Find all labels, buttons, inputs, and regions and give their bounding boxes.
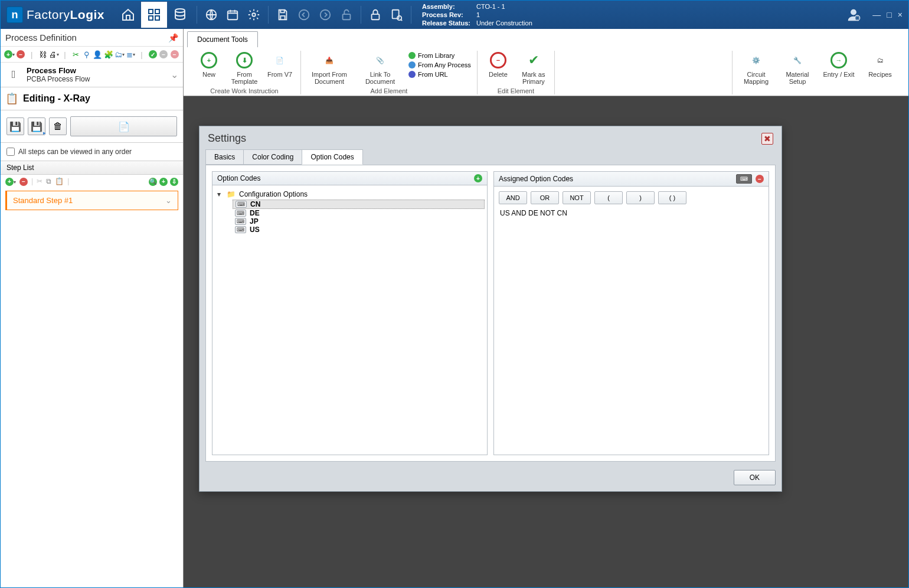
- ribbon: +New ⬇From Template 📄From V7 Create Work…: [184, 47, 908, 96]
- audit-button[interactable]: [386, 2, 407, 28]
- user-icon[interactable]: [841, 2, 867, 28]
- anyorder-row: All steps can be viewed in any order: [1, 143, 183, 161]
- recipes-button[interactable]: 🗂Recipes: [862, 51, 898, 78]
- save-as-button[interactable]: 💾▸: [28, 117, 45, 135]
- svg-point-14: [851, 9, 856, 15]
- op-rparen[interactable]: ): [626, 191, 655, 204]
- step-remove-icon[interactable]: −: [19, 177, 28, 186]
- import-from-doc-button[interactable]: 📥Import From Document: [307, 51, 352, 85]
- layers-icon[interactable]: 🗂▾: [115, 49, 125, 60]
- print-icon[interactable]: 🖨▾: [49, 49, 59, 60]
- keyboard-button[interactable]: ⌨: [736, 174, 752, 184]
- step-paste-icon[interactable]: 📋: [55, 177, 64, 185]
- step-standard-1[interactable]: Standard Step #1 ⌄: [5, 191, 178, 210]
- user-small-icon[interactable]: 👤: [93, 49, 103, 60]
- tab-basics[interactable]: Basics: [205, 149, 244, 165]
- pin-icon[interactable]: 📌: [168, 33, 178, 43]
- remove-assigned-icon[interactable]: −: [756, 175, 764, 183]
- lock-button[interactable]: [365, 2, 386, 28]
- minimize-button[interactable]: —: [872, 10, 881, 19]
- tab-option-codes[interactable]: Option Codes: [302, 149, 362, 165]
- chevron-down-icon[interactable]: ⌄: [165, 196, 172, 205]
- discard-button[interactable]: 🗑: [49, 117, 67, 135]
- svg-rect-1: [155, 9, 159, 14]
- gear-button[interactable]: [243, 2, 264, 28]
- from-v7-button[interactable]: 📄From V7: [265, 51, 295, 78]
- from-url-link[interactable]: From URL: [408, 71, 448, 78]
- ribbon-group-add-caption: Add Element: [307, 85, 471, 94]
- step-cut-icon[interactable]: ✂: [37, 177, 42, 185]
- process-flow-row[interactable]: 𓊍 Process Flow PCBA Process Flow ⌄: [1, 63, 183, 87]
- option-jp[interactable]: ⌨JP: [215, 217, 485, 226]
- unlock-button[interactable]: [336, 2, 357, 28]
- process-flow-icon: 𓊍: [5, 68, 22, 81]
- new-button[interactable]: +New: [194, 51, 224, 78]
- stack-icon[interactable]: ≣▾: [126, 49, 136, 60]
- tool2-icon[interactable]: 🧩: [104, 49, 114, 60]
- from-library-link[interactable]: From Library: [408, 52, 454, 59]
- db-button[interactable]: [167, 2, 193, 28]
- mark-primary-button[interactable]: ✔Mark as Primary: [519, 51, 548, 85]
- process-flow-title: Process Flow: [27, 66, 90, 75]
- keyboard-icon: ⌨: [235, 218, 246, 225]
- option-cn[interactable]: ⌨CN: [233, 200, 485, 209]
- home-button[interactable]: [115, 2, 141, 28]
- op-lparen[interactable]: (: [594, 191, 623, 204]
- delete-button[interactable]: −Delete: [483, 51, 513, 78]
- ok-circle-icon[interactable]: ✓: [148, 49, 158, 60]
- tab-document-tools[interactable]: Document Tools: [187, 31, 258, 47]
- step-copy-icon[interactable]: ⧉: [46, 177, 51, 185]
- maximize-button[interactable]: □: [887, 10, 891, 19]
- calendar-button[interactable]: [222, 2, 243, 28]
- red-circle-icon[interactable]: −: [169, 49, 179, 60]
- cut-icon[interactable]: ✂: [71, 49, 81, 60]
- add-icon[interactable]: +▾: [4, 49, 15, 60]
- from-any-process-link[interactable]: From Any Process: [408, 61, 471, 68]
- steplist-header: Step List: [1, 161, 183, 175]
- caret-icon[interactable]: ▾: [217, 190, 223, 198]
- from-template-button[interactable]: ⬇From Template: [230, 51, 259, 85]
- dialog-close-button[interactable]: ✖: [761, 133, 773, 145]
- back-button[interactable]: [293, 2, 315, 28]
- expand-process-flow-icon[interactable]: ⌄: [171, 69, 178, 80]
- globe-button[interactable]: [201, 2, 222, 28]
- op-not[interactable]: NOT: [563, 191, 591, 204]
- brand-glyph-icon: n: [6, 6, 23, 23]
- assembly-meta: Assembly:CTO-1 - 1 Process Rev:1 Release…: [422, 2, 532, 27]
- save-button[interactable]: [272, 2, 293, 28]
- forward-button[interactable]: [315, 2, 336, 28]
- remove-icon[interactable]: −: [16, 49, 26, 60]
- anyorder-checkbox[interactable]: [6, 148, 15, 156]
- editing-toolbar: 💾 💾▸ 🗑 📄: [1, 110, 183, 143]
- svg-point-9: [321, 10, 331, 20]
- op-or[interactable]: OR: [531, 191, 559, 204]
- exit-editing-button[interactable]: 📄: [70, 116, 177, 136]
- step-misc-icon[interactable]: ⇩: [170, 177, 178, 186]
- flow-icon[interactable]: ⛓: [38, 49, 48, 60]
- add-option-code-icon[interactable]: +: [474, 174, 482, 182]
- folder-icon: 📁: [227, 190, 236, 198]
- step-add-icon[interactable]: +▾: [5, 177, 16, 186]
- sep-icon: |: [137, 49, 147, 60]
- tab-color-coding[interactable]: Color Coding: [243, 149, 302, 165]
- tree-root[interactable]: ▾ 📁 Configuration Options: [215, 189, 485, 200]
- save-doc-button[interactable]: 💾: [6, 117, 24, 135]
- step-check-icon[interactable]: +: [159, 177, 168, 186]
- material-setup-button[interactable]: 🔧Material Setup: [780, 51, 815, 85]
- svg-rect-10: [343, 14, 351, 19]
- entry-exit-button[interactable]: →Entry / Exit: [821, 51, 856, 78]
- sep-icon: |: [60, 49, 70, 60]
- ok-button[interactable]: OK: [734, 470, 776, 485]
- svg-point-4: [175, 9, 185, 12]
- op-parens[interactable]: ( ): [658, 191, 686, 204]
- op-and[interactable]: AND: [499, 191, 527, 204]
- step-find-icon[interactable]: 🔍: [149, 177, 157, 186]
- link-to-doc-button[interactable]: 📎Link To Document: [358, 51, 403, 85]
- option-de[interactable]: ⌨DE: [215, 209, 485, 217]
- close-button[interactable]: ×: [898, 10, 903, 19]
- grey-circle-icon[interactable]: −: [159, 49, 169, 60]
- circuit-mapping-button[interactable]: ⚙️Circuit Mapping: [738, 51, 774, 85]
- grid-button[interactable]: [141, 2, 167, 28]
- option-us[interactable]: ⌨US: [215, 226, 485, 234]
- tool1-icon[interactable]: ⚲: [82, 49, 92, 60]
